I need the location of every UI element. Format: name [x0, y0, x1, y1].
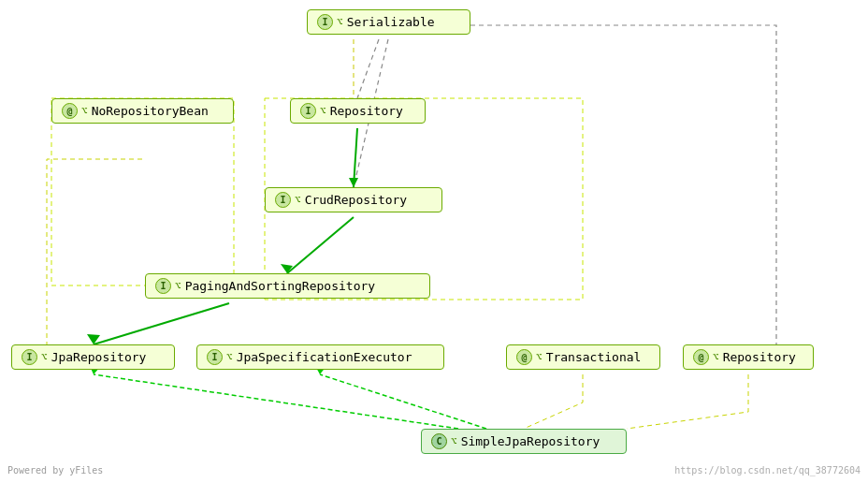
node-serializable: I ⌥ Serializable: [307, 9, 470, 35]
badge-simplejparepository: C: [431, 433, 447, 449]
type-icon-jpaspecificationexecutor: ⌥: [226, 351, 233, 363]
node-repository2: @ ⌥ Repository: [683, 344, 814, 370]
node-simplejparepository: C ⌥ SimpleJpaRepository: [421, 429, 627, 454]
type-icon-repository: ⌥: [320, 105, 326, 117]
badge-jpaspecificationexecutor: I: [207, 349, 223, 365]
type-icon-norepositorybean: ⌥: [81, 105, 88, 117]
type-icon-transactional: ⌥: [536, 351, 542, 363]
node-pagingandsortingrepository: I ⌥ PagingAndSortingRepository: [145, 273, 430, 299]
svg-marker-7: [281, 264, 293, 273]
node-jpaspecificationexecutor: I ⌥ JpaSpecificationExecutor: [196, 344, 444, 370]
label-jpaspecificationexecutor: JpaSpecificationExecutor: [237, 350, 412, 364]
type-icon-serializable: ⌥: [337, 16, 343, 28]
badge-pagingandsortingrepository: I: [155, 278, 171, 294]
label-repository: Repository: [330, 104, 403, 118]
svg-line-0: [357, 39, 379, 98]
label-crudrepository: CrudRepository: [305, 193, 408, 207]
label-simplejparepository: SimpleJpaRepository: [461, 434, 600, 448]
type-icon-crudrepository: ⌥: [295, 194, 301, 206]
label-jparepository: JpaRepository: [51, 350, 147, 364]
badge-repository: I: [300, 103, 316, 119]
type-icon-pagingandsortingrepository: ⌥: [175, 280, 181, 292]
svg-line-12: [320, 374, 486, 429]
svg-marker-9: [87, 334, 100, 344]
label-norepositorybean: NoRepositoryBean: [92, 104, 209, 118]
type-icon-simplejparepository: ⌥: [451, 435, 457, 447]
label-serializable: Serializable: [347, 15, 435, 29]
badge-serializable: I: [317, 14, 333, 30]
node-norepositorybean: @ ⌥ NoRepositoryBean: [51, 98, 234, 124]
svg-marker-5: [349, 178, 358, 187]
footer-text: Powered by yFiles: [7, 465, 103, 476]
diagram-container: I ⌥ Serializable @ ⌥ NoRepositoryBean I …: [0, 0, 868, 483]
svg-line-10: [94, 374, 458, 429]
badge-jparepository: I: [22, 349, 37, 365]
badge-transactional: @: [516, 349, 532, 365]
label-pagingandsortingrepository: PagingAndSortingRepository: [185, 279, 376, 293]
node-transactional: @ ⌥ Transactional: [506, 344, 660, 370]
label-repository2: Repository: [723, 350, 796, 364]
type-icon-jparepository: ⌥: [41, 351, 48, 363]
watermark-text: https://blog.csdn.net/qq_38772604: [674, 465, 861, 476]
label-transactional: Transactional: [546, 350, 642, 364]
svg-line-4: [354, 128, 357, 187]
node-jparepository: I ⌥ JpaRepository: [11, 344, 175, 370]
svg-line-6: [287, 217, 354, 273]
svg-rect-2: [51, 98, 234, 285]
arrows-svg: [0, 0, 868, 483]
node-repository: I ⌥ Repository: [290, 98, 426, 124]
node-crudrepository: I ⌥ CrudRepository: [265, 187, 442, 212]
type-icon-repository2: ⌥: [713, 351, 719, 363]
svg-line-8: [94, 303, 229, 344]
badge-repository2: @: [693, 349, 709, 365]
badge-crudrepository: I: [275, 192, 291, 208]
badge-norepositorybean: @: [62, 103, 78, 119]
